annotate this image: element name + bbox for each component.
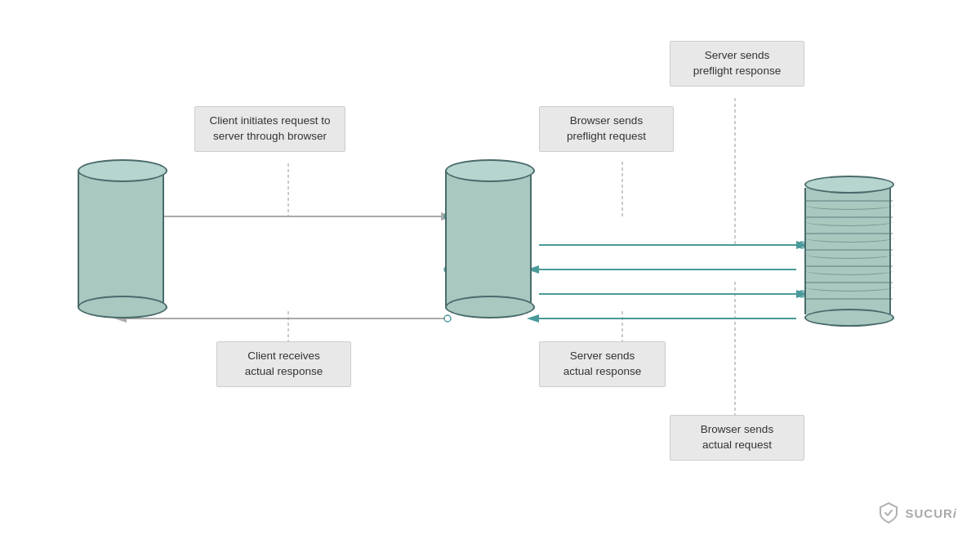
sucuri-icon (877, 501, 900, 524)
diagram-container: Client initiates request toserver throug… (0, 0, 980, 539)
label-browser-actual-request: Browser sendsactual request (670, 415, 804, 461)
label-browser-preflight-request: Browser sendspreflight request (539, 106, 674, 152)
sucuri-text: SUCURi (905, 506, 957, 520)
client-cylinder (78, 159, 167, 328)
server-cylinder (804, 176, 894, 336)
browser-cylinder (445, 159, 535, 328)
label-server-actual-response: Server sendsactual response (539, 341, 666, 387)
label-client-receives: Client receivesactual response (216, 341, 351, 387)
label-server-preflight-response: Server sendspreflight response (670, 41, 804, 87)
sucuri-logo: SUCURi (877, 501, 957, 524)
label-client-initiates: Client initiates request toserver throug… (194, 106, 345, 152)
